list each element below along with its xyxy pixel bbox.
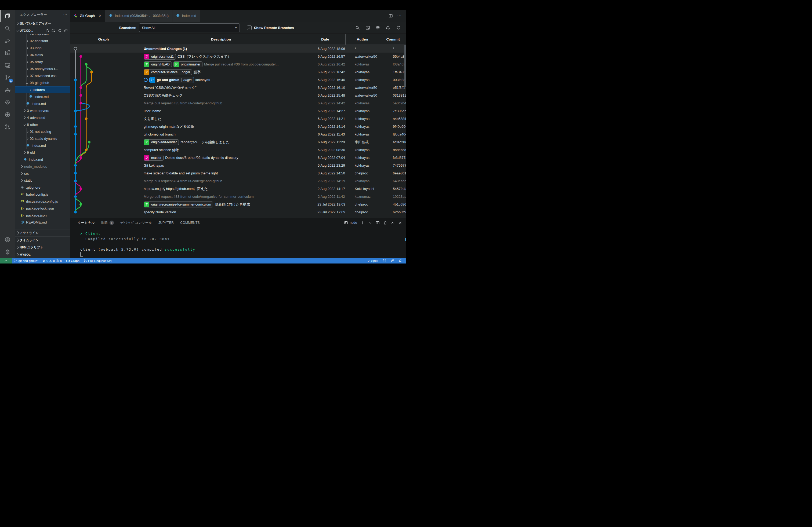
settings-icon[interactable] xyxy=(376,26,380,30)
refresh-icon[interactable] xyxy=(396,26,401,30)
tree-item[interactable]: 02-static-dynamic xyxy=(15,135,70,142)
tree-item[interactable]: pictures xyxy=(15,86,70,93)
sidebar-section-NPM スクリプト[interactable]: NPM スクリプト xyxy=(15,244,70,251)
terminal-icon[interactable] xyxy=(365,26,370,30)
tree-item[interactable]: index.md xyxy=(15,156,70,163)
split-editor-icon[interactable] xyxy=(389,14,393,18)
activity-item-docker[interactable] xyxy=(0,84,15,96)
branch-badge-master[interactable]: master xyxy=(144,155,163,161)
tree-item[interactable]: 03-loop xyxy=(15,44,70,51)
activity-item-settings[interactable] xyxy=(0,246,15,258)
copilot-status[interactable] xyxy=(380,259,389,263)
remote-indicator[interactable] xyxy=(0,258,12,264)
panel-tab-問題[interactable]: 問題8 xyxy=(101,218,114,227)
tab-Git Graph[interactable]: Git Graph✕ xyxy=(70,10,105,22)
branch-badge-origin/css-test1[interactable]: origin/css-test1 xyxy=(144,54,176,60)
tab-index.md[interactable]: index.md xyxy=(172,10,200,22)
branch-badge-origin/add-render[interactable]: origin/add-render xyxy=(144,139,179,145)
tree-item[interactable]: 05-array xyxy=(15,58,70,65)
tree-item[interactable]: index.md xyxy=(15,142,70,149)
kill-terminal-icon[interactable] xyxy=(383,221,387,225)
tree-item[interactable]: README.md xyxy=(15,219,70,226)
activity-item-remote-explorer[interactable] xyxy=(0,59,15,71)
tree-item[interactable]: 02-constant xyxy=(15,37,70,44)
tree-item[interactable]: 01-inspector xyxy=(15,34,70,37)
tab-index.md (003fe35d^ ↔ 003fe35d)[interactable]: index.md (003fe35d^ ↔ 003fe35d) xyxy=(105,10,172,22)
tree-item[interactable]: 01-not-coding xyxy=(15,128,70,135)
new-file-icon[interactable] xyxy=(45,29,49,32)
tree-item[interactable]: 8-other xyxy=(15,121,70,128)
workspace-section[interactable]: UTCOD... xyxy=(15,27,70,34)
new-terminal-icon[interactable] xyxy=(361,221,365,225)
tree-item[interactable]: Bbabel.config.js xyxy=(15,191,70,198)
activity-item-search[interactable] xyxy=(0,22,15,34)
activity-item-source-control[interactable]: 1 xyxy=(0,71,15,84)
sidebar-section-アウトライン[interactable]: アウトライン xyxy=(15,229,70,236)
search-icon[interactable] xyxy=(355,26,360,30)
table-scrollbar[interactable] xyxy=(404,45,406,87)
tree-item[interactable]: 4-advanced xyxy=(15,114,70,121)
show-remote-branches-checkbox[interactable] xyxy=(247,26,251,30)
tree-item[interactable]: static xyxy=(15,177,70,184)
tree-item[interactable]: 3-web-servers xyxy=(15,107,70,114)
tree-item[interactable]: JSdocusaurus.config.js xyxy=(15,198,70,205)
launch-profile-icon[interactable] xyxy=(368,221,372,225)
terminal-output[interactable]: ✔ Client Compiled successfully in 202.08… xyxy=(70,227,406,257)
tree-item[interactable]: src xyxy=(15,170,70,177)
branches-dropdown[interactable]: Show All ▾ xyxy=(139,23,240,32)
activity-item-github-pull-requests[interactable] xyxy=(0,121,15,133)
activity-item-accounts[interactable] xyxy=(0,234,15,246)
tree-item[interactable]: 9-old xyxy=(15,149,70,156)
activity-item-github[interactable] xyxy=(0,108,15,121)
git-graph-status[interactable]: Git Graph xyxy=(64,258,82,264)
tree-item[interactable]: index.md xyxy=(15,100,70,107)
panel-tab-ターミナル[interactable]: ターミナル xyxy=(77,218,95,227)
panel-tab-デバッグ コンソール[interactable]: デバッグ コンソール xyxy=(120,218,152,227)
terminal-instance[interactable]: node xyxy=(344,221,357,225)
branch-badge-origin/reorganize-for-summer-curriculum[interactable]: origin/reorganize-for-summer-curriculum xyxy=(144,201,213,207)
sidebar-section-タイムライン[interactable]: タイムライン xyxy=(15,236,70,244)
branch-badge-git-and-github[interactable]: git-and-githuborigin xyxy=(149,77,194,83)
editor-more-icon[interactable]: ⋯ xyxy=(397,13,402,18)
close-icon[interactable]: ✕ xyxy=(99,14,102,18)
tree-item[interactable]: index.md xyxy=(15,93,70,100)
panel-tab-JUPYTER[interactable]: JUPYTER xyxy=(158,218,174,227)
maximize-panel-icon[interactable] xyxy=(391,221,395,225)
branch-badge-origin/HEAD[interactable]: origin/HEAD xyxy=(144,61,172,67)
branch-badge-computer-science[interactable]: computer-scienceorigin xyxy=(144,69,192,75)
fetch-from-remote-icon[interactable] xyxy=(386,26,390,30)
tree-item[interactable]: .gitignore xyxy=(15,184,70,191)
activity-item-explorer[interactable] xyxy=(0,10,15,22)
panel-tab-COMMENTS[interactable]: COMMENTS xyxy=(180,218,200,227)
tree-item[interactable]: {}package-lock.json xyxy=(15,205,70,212)
notifications-status[interactable] xyxy=(396,259,404,263)
activity-item-extensions[interactable] xyxy=(0,47,15,59)
activity-item-run-and-debug[interactable] xyxy=(0,34,15,47)
tree-item[interactable]: 08-git-github xyxy=(15,79,70,86)
split-terminal-icon[interactable] xyxy=(376,221,380,225)
branch-badge-origin/master[interactable]: origin/master xyxy=(173,61,202,67)
tree-item[interactable]: 04-class xyxy=(15,51,70,58)
commit-author: kokhayas xyxy=(351,179,389,183)
pull-request-status[interactable]: Pull Request #34 xyxy=(82,258,114,264)
explorer-more-icon[interactable]: ⋯ xyxy=(63,12,68,17)
tree-item[interactable]: 06-anonymous-f... xyxy=(15,65,70,72)
sidebar-section-MYSQL[interactable]: MYSQL xyxy=(15,251,70,258)
feedback-status[interactable] xyxy=(389,259,396,263)
new-folder-icon[interactable] xyxy=(52,29,55,32)
collapse-folders-icon[interactable] xyxy=(64,29,68,32)
commit-description: origin/css-test1CSS（フレックスボックスまで） xyxy=(137,54,311,60)
tree-item[interactable]: 07-advanced-css xyxy=(15,72,70,79)
branch-status[interactable]: git-and-github* xyxy=(12,258,41,264)
tree-item[interactable]: node_modules xyxy=(15,163,70,170)
commit-description: computer-scienceorigin誤字 xyxy=(137,69,311,75)
tree-item-label: .gitignore xyxy=(26,185,40,190)
problems-status[interactable]: ⊘ 0 ⚠ 0 ⓘ 8 xyxy=(41,258,64,264)
activity-item-gitlens[interactable] xyxy=(0,96,15,108)
tree-item[interactable]: {}package.json xyxy=(15,212,70,219)
close-panel-icon[interactable] xyxy=(398,221,402,225)
chevron-right-icon xyxy=(16,239,19,241)
open-editors-section[interactable]: 開いているエディター xyxy=(15,20,70,27)
spell-status[interactable]: ✓ Spell xyxy=(365,259,380,263)
refresh-explorer-icon[interactable] xyxy=(58,29,61,32)
